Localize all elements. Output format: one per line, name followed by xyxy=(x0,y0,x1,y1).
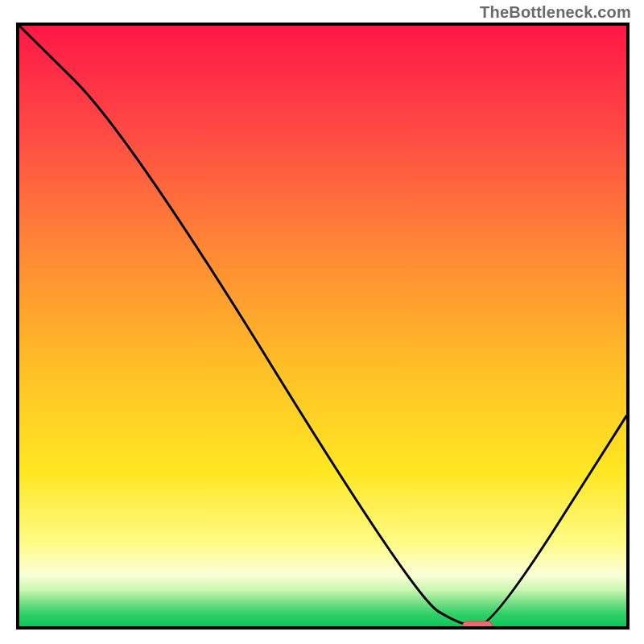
gradient-background xyxy=(16,23,630,630)
chart-stage: TheBottleneck.com xyxy=(0,0,644,644)
bottleneck-chart xyxy=(0,0,644,644)
watermark-text: TheBottleneck.com xyxy=(480,3,631,22)
plot-area xyxy=(16,23,630,631)
